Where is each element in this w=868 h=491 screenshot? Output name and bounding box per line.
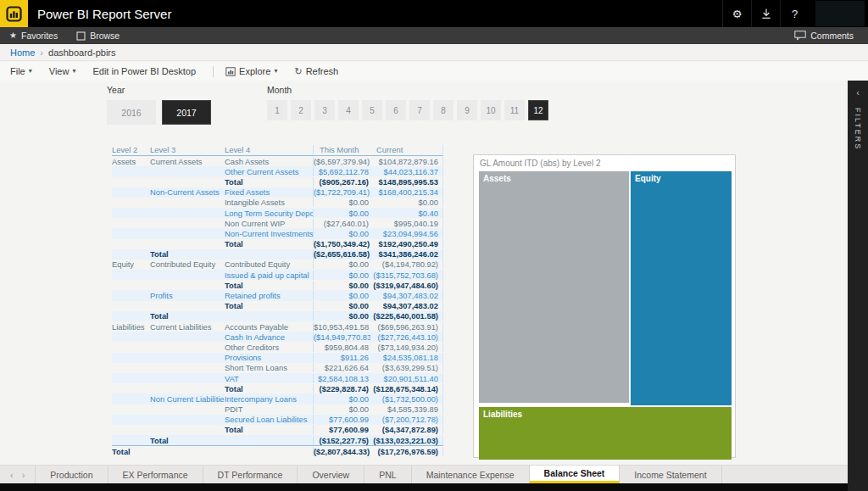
report-toolbar: File ▾ View ▾ Edit in Power BI Desktop E… (0, 62, 868, 81)
table-row: Other Current Assets$5,692,112.78$44,023… (112, 166, 443, 176)
cell-l4: PDIT (225, 405, 313, 414)
edit-in-desktop-button[interactable]: Edit in Power BI Desktop (92, 66, 196, 76)
cell-cur: $341,386,246.02 (370, 249, 443, 259)
month-option-5[interactable]: 5 (362, 100, 382, 120)
cell-tm: ($6,597,379.94) (313, 157, 370, 166)
help-icon[interactable]: ? (780, 0, 809, 27)
refresh-button[interactable]: ↻ Refresh (294, 66, 338, 77)
month-option-7[interactable]: 7 (409, 100, 430, 120)
month-option-2[interactable]: 2 (291, 100, 311, 120)
tab-pnl[interactable]: PNL (364, 466, 411, 483)
month-option-6[interactable]: 6 (386, 100, 406, 120)
breadcrumb-current: dashboard-pbirs (48, 47, 116, 58)
treemap-node-assets[interactable]: Assets (479, 171, 629, 403)
month-option-12[interactable]: 12 (528, 100, 548, 120)
view-menu[interactable]: View ▾ (49, 66, 76, 76)
table-row: Total($2,655,616.58)$341,386,246.02 (112, 249, 443, 259)
download-icon[interactable] (751, 0, 780, 27)
browse-icon (76, 31, 86, 41)
cell-tm: $0.00 (313, 291, 370, 300)
cell-l4: Secured Loan Liabilites (225, 415, 313, 424)
cell-cur: ($1,732,500.00) (370, 394, 443, 404)
table-row: AssetsCurrent AssetsCash Assets($6,597,3… (112, 156, 443, 166)
cell-tm: $0.00 (313, 405, 370, 414)
treemap-node-equity[interactable]: Equity (631, 171, 732, 405)
cell-l3: Total (150, 436, 225, 445)
tabs-scroll-right-icon[interactable]: › (22, 470, 25, 480)
column-header-this-month[interactable]: This Month (313, 145, 370, 154)
table-row: Total($2,807,844.33)($17,276,976.59) (112, 445, 443, 456)
cell-l4: Contributed Equity (225, 259, 313, 269)
cell-l4: Long Term Security Deposit (225, 209, 313, 218)
breadcrumb-home-link[interactable]: Home (10, 47, 35, 58)
month-option-1[interactable]: 1 (267, 100, 287, 120)
user-avatar-tile[interactable] (815, 1, 865, 26)
ribbon-bar: ★ Favorites Browse Comments (0, 27, 868, 44)
settings-gear-icon[interactable]: ⚙ (722, 0, 751, 27)
cell-tm: ($14,949,770.83) (313, 332, 370, 342)
comments-button[interactable]: Comments (785, 27, 863, 44)
month-option-3[interactable]: 3 (314, 100, 335, 120)
cell-l4: Retained profits (225, 291, 313, 300)
refresh-label: Refresh (306, 66, 339, 76)
tab-overview[interactable]: Overview (298, 466, 364, 483)
treemap-plot-area: AssetsEquityLiabilities (479, 171, 732, 460)
cell-cur: $192,490,250.49 (370, 239, 443, 248)
cell-cur: $94,307,483.02 (370, 291, 443, 300)
treemap-node-liabilities[interactable]: Liabilities (479, 407, 732, 460)
cell-tm: $2,584,108.13 (313, 374, 370, 383)
month-option-4[interactable]: 4 (338, 100, 359, 120)
cell-l4: Issued & paid up capital (225, 271, 313, 280)
year-option-2017[interactable]: 2017 (162, 100, 211, 125)
cell-l4: Provisions (225, 353, 313, 362)
table-row: Total$77,600.99($4,347,872.89) (112, 425, 443, 435)
page-tab-bar: ‹ › ProductionEX PerformanceDT Performan… (0, 465, 848, 483)
tab-income-statement[interactable]: Income Statement (620, 466, 721, 483)
year-option-2016[interactable]: 2016 (107, 100, 156, 125)
explore-label: Explore (239, 66, 270, 76)
column-header-current[interactable]: Current (370, 145, 443, 154)
tab-balance-sheet[interactable]: Balance Sheet (530, 466, 620, 483)
column-header-level-4[interactable]: Level 4 (225, 145, 313, 154)
column-header-level-2[interactable]: Level 2 (112, 145, 150, 154)
cell-cur: ($128,675,348.14) (370, 384, 443, 393)
report-canvas: Year 20162017 Month 123456789101112 Leve… (0, 81, 868, 465)
cell-l4: Other Current Assets (225, 167, 313, 176)
favorites-button[interactable]: ★ Favorites (0, 27, 67, 44)
tab-ex-performance[interactable]: EX Performance (108, 466, 203, 483)
month-option-11[interactable]: 11 (504, 100, 525, 120)
month-option-8[interactable]: 8 (433, 100, 453, 120)
cell-tm: ($229,828.74) (313, 384, 370, 393)
cell-cur: $94,307,483.02 (370, 301, 443, 310)
chevron-down-icon: ▾ (274, 68, 277, 75)
cell-tm: $0.00 (313, 198, 370, 207)
expand-filters-chevron-icon[interactable]: ‹ (856, 87, 860, 98)
tab-maintenance-expense[interactable]: Maintenance Expense (412, 466, 530, 483)
bottom-black-bar (0, 483, 868, 491)
cell-l4: Accounts Payable (225, 322, 313, 332)
browse-button[interactable]: Browse (67, 27, 129, 44)
tab-dt-performance[interactable]: DT Performance (203, 466, 298, 483)
table-row: Total$0.00$94,307,483.02 (112, 301, 443, 311)
month-option-9[interactable]: 9 (457, 100, 477, 120)
year-slicer-label: Year (107, 85, 214, 95)
tabs-scroll-left-icon[interactable]: ‹ (10, 470, 14, 480)
month-option-10[interactable]: 10 (481, 100, 501, 120)
cell-l4: Cash Assets (225, 157, 313, 166)
cell-cur: $23,094,994.56 (370, 229, 443, 238)
cell-tm: $0.00 (313, 259, 370, 269)
cell-l4: Total (225, 384, 313, 393)
tab-production[interactable]: Production (35, 466, 108, 483)
cell-cur: $0.40 (370, 209, 443, 218)
powerbi-logo-icon[interactable] (0, 0, 28, 27)
edit-in-desktop-label: Edit in Power BI Desktop (92, 66, 196, 76)
column-header-level-3[interactable]: Level 3 (150, 145, 225, 154)
explore-menu[interactable]: Explore ▾ (225, 66, 277, 76)
comment-bubble-icon (794, 31, 806, 41)
cell-tm: $5,692,112.78 (313, 167, 370, 176)
star-icon: ★ (9, 31, 17, 40)
cell-cur: ($319,947,484.60) (370, 281, 443, 290)
cell-cur: ($27,726,443.10) (370, 332, 443, 342)
file-menu[interactable]: File ▾ (10, 66, 32, 76)
cell-l4: Non-Current Investments (225, 229, 313, 238)
